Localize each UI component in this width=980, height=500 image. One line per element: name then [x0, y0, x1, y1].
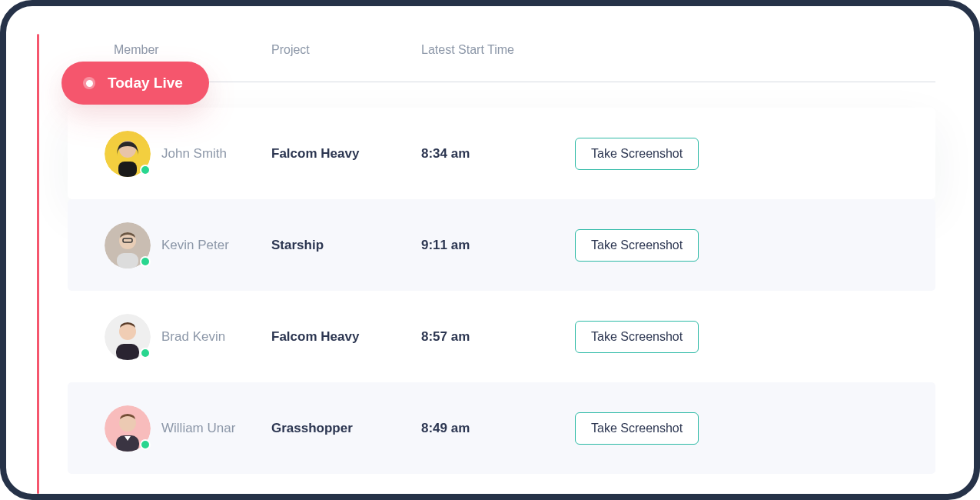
take-screenshot-button[interactable]: Take Screenshot	[575, 412, 699, 445]
avatar	[105, 222, 151, 268]
header-latest-start-time: Latest Start Time	[421, 43, 575, 57]
svg-rect-5	[117, 253, 138, 268]
member-name: John Smith	[161, 146, 227, 162]
time-cell: 9:11 am	[421, 238, 575, 253]
table-row: William Unar Grasshopper 8:49 am Take Sc…	[68, 382, 935, 474]
action-cell: Take Screenshot	[575, 321, 713, 353]
status-online-icon	[140, 439, 151, 450]
svg-rect-2	[118, 162, 137, 177]
take-screenshot-button[interactable]: Take Screenshot	[575, 138, 699, 170]
today-live-badge: Today Live	[61, 62, 209, 105]
member-name: William Unar	[161, 421, 235, 436]
header-action	[575, 43, 713, 57]
avatar	[105, 405, 151, 452]
content-area: Member Project Latest Start Time Today L…	[6, 6, 974, 494]
live-indicator-icon	[83, 77, 95, 89]
app-frame: Member Project Latest Start Time Today L…	[0, 0, 980, 500]
table-row: Brad Kevin Falcom Heavy 8:57 am Take Scr…	[68, 291, 935, 382]
badge-label: Today Live	[108, 75, 183, 92]
status-online-icon	[140, 256, 151, 267]
member-cell: William Unar	[68, 405, 271, 452]
member-cell: Kevin Peter	[68, 222, 271, 268]
timeline-vertical-bar	[37, 34, 39, 494]
time-cell: 8:34 am	[421, 146, 575, 162]
avatar	[105, 314, 151, 360]
header-member: Member	[68, 43, 271, 57]
status-online-icon	[140, 348, 151, 358]
project-cell: Falcom Heavy	[271, 329, 421, 345]
member-name: Kevin Peter	[161, 238, 229, 253]
time-cell: 8:57 am	[421, 329, 575, 345]
member-cell: Brad Kevin	[68, 314, 271, 360]
project-cell: Starship	[271, 238, 421, 253]
project-cell: Grasshopper	[271, 421, 421, 436]
action-cell: Take Screenshot	[575, 138, 713, 170]
time-cell: 8:49 am	[421, 421, 575, 436]
header-project: Project	[271, 43, 421, 57]
member-cell: John Smith	[68, 131, 271, 177]
avatar	[105, 131, 151, 177]
status-online-icon	[140, 165, 151, 175]
take-screenshot-button[interactable]: Take Screenshot	[575, 229, 699, 262]
table-row: Kevin Peter Starship 9:11 am Take Screen…	[68, 199, 935, 291]
action-cell: Take Screenshot	[575, 229, 713, 262]
action-cell: Take Screenshot	[575, 412, 713, 445]
svg-rect-9	[116, 344, 139, 360]
table-body: John Smith Falcom Heavy 8:34 am Take Scr…	[68, 108, 935, 474]
take-screenshot-button[interactable]: Take Screenshot	[575, 321, 699, 353]
table-row: John Smith Falcom Heavy 8:34 am Take Scr…	[68, 108, 935, 199]
project-cell: Falcom Heavy	[271, 146, 421, 162]
member-name: Brad Kevin	[161, 329, 225, 345]
